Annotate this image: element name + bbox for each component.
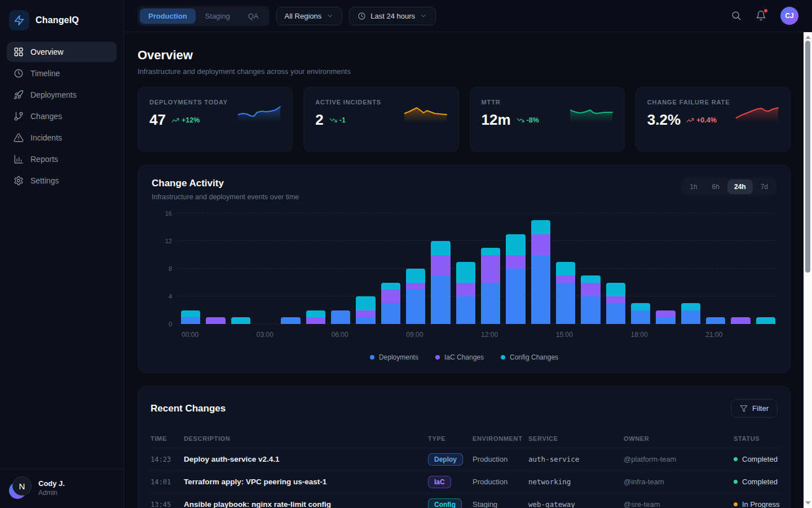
- bar-12:00[interactable]: [481, 213, 500, 324]
- bar-segment-deployments: [406, 290, 425, 324]
- brand-name: ChangeIQ: [36, 15, 79, 25]
- bar-08:00[interactable]: [381, 213, 400, 324]
- gear-icon: [14, 176, 24, 186]
- time-filter-dropdown[interactable]: Last 24 hours: [349, 7, 436, 25]
- stat-delta: -1: [339, 116, 346, 124]
- bar-segment-iac-changes: [431, 255, 450, 276]
- sparkline: [570, 104, 613, 124]
- range-button-24h[interactable]: 24h: [727, 179, 753, 194]
- env-tab-production[interactable]: Production: [140, 8, 196, 24]
- bar-09:00[interactable]: [406, 213, 425, 324]
- y-tick-label: 12: [152, 238, 172, 244]
- avatar[interactable]: CJ: [780, 7, 798, 25]
- bell-icon[interactable]: [756, 10, 767, 21]
- row-environment: Production: [470, 455, 526, 463]
- funnel-icon: [740, 405, 748, 413]
- x-tick-label: 06:00: [332, 331, 348, 339]
- row-description: Terraform apply: VPC peering us-east-1: [181, 478, 425, 486]
- bar-14:00[interactable]: [531, 213, 550, 324]
- bar-segment-deployments: [531, 255, 550, 325]
- x-tick-label: 03:00: [257, 331, 273, 339]
- env-tab-staging[interactable]: Staging: [197, 8, 239, 24]
- bar-03:00[interactable]: [256, 213, 275, 324]
- bar-18:00[interactable]: [631, 213, 650, 324]
- table-row[interactable]: 13:45Ansible playbook: nginx rate-limit …: [148, 493, 780, 508]
- bar-05:00[interactable]: [306, 213, 325, 324]
- time-filter-label: Last 24 hours: [370, 12, 415, 20]
- stat-card-active-incidents: ACTIVE INCIDENTS2-1: [303, 87, 458, 152]
- row-service: web-gateway: [526, 500, 621, 508]
- stat-value: 3.2%: [647, 111, 681, 129]
- scrollbar[interactable]: [804, 32, 812, 508]
- sidebar-item-deployments[interactable]: Deployments: [7, 85, 117, 105]
- bar-20:00[interactable]: [681, 213, 700, 324]
- bar-02:00[interactable]: [231, 213, 250, 324]
- chart-plot: 0481216: [178, 213, 776, 324]
- scrollbar-down-arrow[interactable]: [805, 501, 811, 505]
- bar-15:00[interactable]: [556, 213, 575, 324]
- scrollbar-up-arrow[interactable]: [805, 36, 811, 39]
- stat-delta: -8%: [527, 116, 539, 124]
- env-tab-qa[interactable]: QA: [240, 8, 267, 24]
- legend-item-deployments: Deployments: [370, 353, 418, 361]
- bar-segment-deployments: [431, 275, 450, 324]
- bar-segment-deployments: [506, 269, 525, 324]
- range-button-6h[interactable]: 6h: [705, 179, 726, 194]
- sidebar-item-overview[interactable]: Overview: [7, 42, 117, 62]
- range-button-1h[interactable]: 1h: [683, 179, 704, 194]
- scrollbar-thumb[interactable]: [805, 41, 810, 273]
- sidebar-item-changes[interactable]: Changes: [7, 106, 117, 126]
- table-row[interactable]: 14:01Terraform apply: VPC peering us-eas…: [148, 471, 780, 493]
- bar-22:00[interactable]: [731, 213, 750, 324]
- bar-00:00[interactable]: [181, 213, 200, 324]
- bar-segment-iac-changes: [481, 255, 500, 283]
- user-section[interactable]: N Cody J. Admin: [0, 469, 123, 508]
- user-info: Cody J. Admin: [38, 479, 65, 497]
- bar-17:00[interactable]: [606, 213, 625, 324]
- row-owner: @infra-team: [621, 478, 731, 486]
- stat-card-change-failure-rate: CHANGE FAILURE RATE3.2%+0.4%: [636, 87, 791, 152]
- bar-07:00[interactable]: [356, 213, 375, 324]
- row-type: Config: [425, 498, 470, 508]
- search-icon[interactable]: [731, 10, 742, 21]
- bar-19:00[interactable]: [656, 213, 675, 324]
- sidebar: ChangeIQ OverviewTimelineDeploymentsChan…: [0, 0, 124, 508]
- column-header-description: DESCRIPTION: [181, 435, 425, 442]
- sidebar-item-timeline[interactable]: Timeline: [7, 63, 117, 84]
- legend-label: Deployments: [379, 353, 418, 361]
- row-service: auth-service: [526, 455, 621, 463]
- page-title: Overview: [138, 48, 791, 63]
- stat-value: 2: [315, 111, 323, 129]
- sidebar-item-incidents[interactable]: Incidents: [7, 128, 117, 148]
- legend-label: IaC Changes: [444, 353, 484, 361]
- bar-segment-deployments: [456, 296, 475, 324]
- bar-segment-iac-changes: [456, 283, 475, 297]
- bar-13:00[interactable]: [506, 213, 525, 324]
- bar-segment-config-changes: [481, 248, 500, 255]
- sidebar-item-label: Timeline: [30, 69, 60, 78]
- bar-segment-deployments: [481, 283, 500, 325]
- page-subtitle: Infrastructure and deployment changes ac…: [138, 67, 791, 76]
- row-type: IaC: [425, 476, 470, 488]
- bar-16:00[interactable]: [581, 213, 600, 324]
- filter-button[interactable]: Filter: [731, 399, 778, 418]
- bar-21:00[interactable]: [706, 213, 725, 324]
- bar-10:00[interactable]: [431, 213, 450, 324]
- bar-segment-deployments: [356, 317, 375, 324]
- sidebar-item-reports[interactable]: Reports: [7, 149, 117, 169]
- chart-subtitle: Infrastructure and deployment events ove…: [152, 193, 299, 201]
- bar-11:00[interactable]: [456, 213, 475, 324]
- user-avatar-badge: N: [12, 476, 32, 496]
- range-button-7d[interactable]: 7d: [754, 179, 775, 194]
- stat-cards-row: DEPLOYMENTS TODAY47+12%ACTIVE INCIDENTS2…: [138, 87, 791, 152]
- bar-04:00[interactable]: [281, 213, 300, 324]
- bar-01:00[interactable]: [206, 213, 225, 324]
- region-filter-dropdown[interactable]: All Regions: [276, 7, 343, 25]
- stat-value: 12m: [482, 111, 511, 129]
- table-row[interactable]: 14:23Deploy auth-service v2.4.1DeployPro…: [148, 448, 780, 471]
- bar-06:00[interactable]: [331, 213, 350, 324]
- sidebar-item-settings[interactable]: Settings: [7, 170, 117, 191]
- bar-segment-deployments: [331, 310, 350, 325]
- bar-23:00[interactable]: [756, 213, 775, 324]
- chart-panel-header: Change Activity Infrastructure and deplo…: [152, 178, 776, 201]
